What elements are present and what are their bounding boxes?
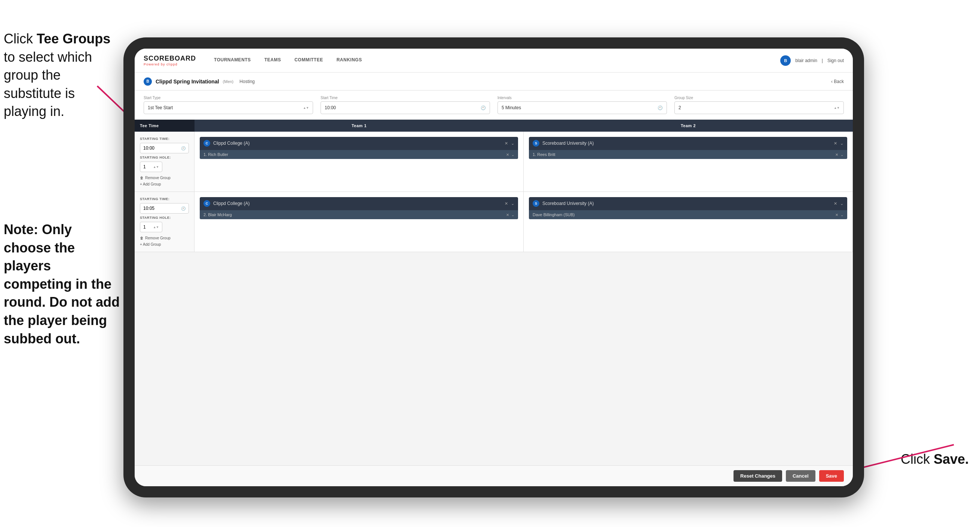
expand-icon-2-1[interactable]: ⌄: [840, 141, 843, 146]
instruction-bold: Tee Groups: [37, 31, 110, 46]
player-name-2-1: 1. Rees Britt: [533, 152, 832, 157]
save-button[interactable]: Save: [819, 470, 844, 482]
remove-group-label-2: Remove Group: [145, 236, 170, 240]
sub-header-hosting: Hosting: [239, 79, 255, 84]
instruction-text-prefix: Click: [4, 31, 37, 46]
trash-icon-2: 🗑: [140, 236, 144, 240]
nav-items: TOURNAMENTS TEAMS COMMITTEE RANKINGS: [207, 49, 780, 73]
note-instruction: Note: Only choose the players competing …: [4, 221, 120, 348]
expand-icon-1-2[interactable]: ⌄: [511, 201, 514, 206]
clock-icon-3: 🕙: [181, 146, 186, 150]
player-row-2-1: 1. Rees Britt ✕ ⌄: [529, 150, 847, 159]
team-card-2-1[interactable]: S Scoreboard University (A) ✕ ⌄ 1. Rees …: [529, 137, 847, 159]
close-icon-2-1[interactable]: ✕: [834, 141, 837, 146]
starting-time-input-1[interactable]: 10:00 🕙: [140, 143, 189, 153]
nav-rankings[interactable]: RANKINGS: [330, 49, 369, 73]
nav-signout[interactable]: Sign out: [827, 58, 844, 63]
start-time-input[interactable]: 10:00 🕙: [321, 101, 490, 114]
team-card-1-1[interactable]: C Clippd College (A) ✕ ⌄ 1. Rich Butler: [200, 137, 518, 159]
team-badge-1-1: C: [204, 140, 210, 146]
start-type-input[interactable]: 1st Tee Start ▲▼: [144, 101, 313, 114]
remove-group-btn-2[interactable]: 🗑 Remove Group: [140, 236, 189, 240]
team-badge-1-2: C: [204, 200, 210, 207]
team-card-header-2-1: S Scoreboard University (A) ✕ ⌄: [529, 137, 847, 150]
logo-text: SCOREBOARD: [144, 55, 196, 62]
clock-icon-4: 🕙: [181, 207, 186, 210]
close-icon-1-2[interactable]: ✕: [504, 201, 508, 206]
team-name-2-1: Scoreboard University (A): [542, 141, 831, 146]
group-size-label: Group Size: [675, 96, 844, 100]
team-name-1-2: Clippd College (A): [213, 201, 501, 206]
close-icon-2-2[interactable]: ✕: [834, 201, 837, 206]
start-type-group: Start Type 1st Tee Start ▲▼: [144, 96, 313, 114]
add-group-label-1: + Add Group: [140, 182, 161, 186]
starting-time-value-1: 10:00: [143, 145, 154, 151]
add-group-btn-1[interactable]: + Add Group: [140, 182, 189, 186]
nav-teams[interactable]: TEAMS: [258, 49, 288, 73]
team-actions-1-1: ✕ ⌄: [504, 141, 514, 146]
player-expand-icon-2-2[interactable]: ⌄: [840, 213, 843, 217]
main-instruction: Click Tee Groups to select which group t…: [4, 30, 116, 121]
team-card-header-2-2: S Scoreboard University (A) ✕ ⌄: [529, 197, 847, 210]
player-expand-icon-1-1[interactable]: ⌄: [511, 153, 514, 157]
table-row: STARTING TIME: 10:05 🕙 STARTING HOLE: 1 …: [135, 192, 853, 252]
player-remove-icon-1-2[interactable]: ✕: [506, 213, 509, 217]
tee-time-cell-1: STARTING TIME: 10:00 🕙 STARTING HOLE: 1 …: [135, 132, 194, 191]
nav-username: blair admin: [795, 58, 817, 63]
team1-col-header: Team 1: [194, 120, 523, 132]
player-name-1-2: 2. Blair McHarg: [204, 212, 503, 217]
nav-tournaments[interactable]: TOURNAMENTS: [207, 49, 258, 73]
table-header: Tee Time Team 1 Team 2: [135, 120, 853, 132]
trash-icon-1: 🗑: [140, 176, 144, 180]
remove-group-label-1: Remove Group: [145, 176, 170, 180]
group-size-value: 2: [679, 105, 681, 110]
player-row-1-2: 2. Blair McHarg ✕ ⌄: [200, 210, 518, 219]
sub-header-title: Clippd Spring Invitational: [156, 78, 219, 84]
group-size-input[interactable]: 2 ▲▼: [675, 101, 844, 114]
start-type-spinner: ▲▼: [303, 106, 309, 110]
group-size-spinner: ▲▼: [834, 106, 840, 110]
starting-hole-value-1: 1: [143, 164, 146, 169]
close-icon-1-1[interactable]: ✕: [504, 141, 508, 146]
sub-header: B Clippd Spring Invitational (Men) Hosti…: [135, 73, 853, 91]
team-card-1-2[interactable]: C Clippd College (A) ✕ ⌄ 2. Blair McHarg: [200, 197, 518, 219]
player-actions-2-2: ✕ ⌄: [835, 213, 843, 217]
tee-time-col-header: Tee Time: [135, 120, 194, 132]
start-type-value: 1st Tee Start: [148, 105, 173, 110]
nav-right: B blair admin | Sign out: [780, 55, 844, 66]
table-row: STARTING TIME: 10:00 🕙 STARTING HOLE: 1 …: [135, 132, 853, 192]
expand-icon-2-2[interactable]: ⌄: [840, 201, 843, 206]
reset-changes-button[interactable]: Reset Changes: [733, 470, 782, 482]
starting-time-input-2[interactable]: 10:05 🕙: [140, 203, 189, 213]
player-actions-2-1: ✕ ⌄: [835, 153, 843, 157]
nav-avatar: B: [780, 55, 791, 66]
remove-group-btn-1[interactable]: 🗑 Remove Group: [140, 176, 189, 180]
player-remove-icon-2-2[interactable]: ✕: [835, 213, 838, 217]
starting-hole-input-2[interactable]: 1 ▲▼: [140, 222, 162, 232]
note-prefix: Note: Only choose the players competing …: [4, 222, 120, 346]
team-card-2-2[interactable]: S Scoreboard University (A) ✕ ⌄ Dave Bil…: [529, 197, 847, 219]
sub-header-back[interactable]: ‹ Back: [831, 79, 844, 84]
add-group-btn-2[interactable]: + Add Group: [140, 242, 189, 247]
starting-time-value-2: 10:05: [143, 206, 154, 211]
player-expand-icon-1-2[interactable]: ⌄: [511, 213, 514, 217]
content-area: Start Type 1st Tee Start ▲▼ Start Time 1…: [135, 91, 853, 465]
team-actions-1-2: ✕ ⌄: [504, 201, 514, 206]
start-time-label: Start Time: [321, 96, 490, 100]
settings-bar: Start Type 1st Tee Start ▲▼ Start Time 1…: [135, 91, 853, 120]
expand-icon-1-1[interactable]: ⌄: [511, 141, 514, 146]
start-time-value: 10:00: [325, 105, 336, 110]
tablet-frame: SCOREBOARD Powered by clippd TOURNAMENTS…: [123, 37, 864, 497]
player-remove-icon-2-1[interactable]: ✕: [835, 153, 838, 157]
sub-header-gender: (Men): [223, 79, 234, 84]
hole-spinner-2: ▲▼: [153, 226, 159, 229]
player-expand-icon-2-1[interactable]: ⌄: [840, 153, 843, 157]
intervals-input[interactable]: 5 Minutes 🕙: [498, 101, 667, 114]
team1-cell-2: C Clippd College (A) ✕ ⌄ 2. Blair McHarg: [194, 192, 523, 252]
nav-committee[interactable]: COMMITTEE: [288, 49, 330, 73]
top-nav: SCOREBOARD Powered by clippd TOURNAMENTS…: [135, 49, 853, 73]
logo-area: SCOREBOARD Powered by clippd: [144, 55, 196, 66]
player-remove-icon-1-1[interactable]: ✕: [506, 153, 509, 157]
cancel-button[interactable]: Cancel: [786, 470, 815, 482]
starting-hole-input-1[interactable]: 1 ▲▼: [140, 162, 162, 172]
